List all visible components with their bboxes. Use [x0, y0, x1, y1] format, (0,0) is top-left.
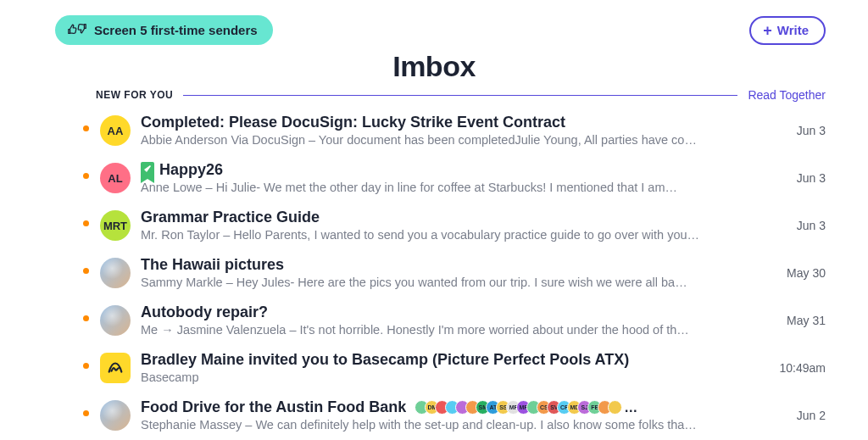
- email-preview: Stephanie Massey – We can definitely hel…: [141, 418, 748, 432]
- email-row[interactable]: The Hawaii picturesSammy Markle – Hey Ju…: [85, 249, 826, 297]
- email-body: Completed: Please DocuSign: Lucky Strike…: [141, 114, 748, 147]
- email-row[interactable]: MRTGrammar Practice GuideMr. Ron Taylor …: [85, 202, 826, 249]
- email-row[interactable]: ALHappy26Anne Lowe – Hi Julie- We met th…: [85, 154, 826, 202]
- email-body: Food Drive for the Austin Food BankDMSMA…: [141, 398, 748, 432]
- email-preview: Anne Lowe – Hi Julie- We met the other d…: [141, 181, 748, 194]
- pin-icon: [141, 162, 154, 179]
- email-date: May 31: [758, 304, 826, 327]
- email-row[interactable]: Autobody repair?Me → Jasmine Valenzuela …: [85, 297, 826, 344]
- write-label: Write: [777, 23, 809, 37]
- avatar: AL: [100, 163, 131, 193]
- email-preview: Sammy Markle – Hey Jules- Here are the p…: [141, 276, 748, 289]
- email-body: Bradley Maine invited you to Basecamp (P…: [141, 351, 748, 384]
- email-body: Autobody repair?Me → Jasmine Valenzuela …: [141, 304, 748, 337]
- unread-dot: [81, 209, 90, 226]
- screener-label: Screen 5 first-time senders: [94, 23, 258, 37]
- email-body: Grammar Practice GuideMr. Ron Taylor – H…: [141, 209, 748, 242]
- divider: [183, 95, 737, 96]
- email-subject: Grammar Practice Guide: [141, 209, 320, 226]
- screener-pill[interactable]: Screen 5 first-time senders: [55, 15, 273, 45]
- email-body: The Hawaii picturesSammy Markle – Hey Ju…: [141, 256, 748, 289]
- email-date: Jun 2: [758, 398, 826, 422]
- email-date: Jun 3: [758, 114, 826, 137]
- email-subject: Happy26: [159, 161, 223, 179]
- email-subject: Bradley Maine invited you to Basecamp (P…: [141, 351, 629, 369]
- avatar: [100, 353, 131, 383]
- plus-icon: +: [763, 23, 772, 38]
- thumbs-icon: [67, 21, 87, 39]
- unread-dot: [81, 114, 90, 131]
- email-row[interactable]: Bradley Maine invited you to Basecamp (P…: [85, 344, 826, 392]
- email-preview: Basecamp: [141, 370, 748, 384]
- email-subject: Autobody repair?: [141, 304, 268, 321]
- email-date: Jun 3: [758, 209, 826, 232]
- avatar: [100, 305, 131, 336]
- avatar: [100, 400, 131, 431]
- more-icon: …: [624, 400, 637, 415]
- page-title: Imbox: [0, 50, 868, 83]
- email-preview: Mr. Ron Taylor – Hello Parents, I wanted…: [141, 228, 748, 242]
- section-label: NEW FOR YOU: [96, 89, 173, 101]
- email-preview: Abbie Anderson Via DocuSign – Your docum…: [141, 133, 748, 147]
- unread-dot: [81, 161, 90, 179]
- participant-avatars: DMSMATSSMFMRCSSVCPMDSJFB…: [415, 400, 637, 415]
- email-row[interactable]: Food Drive for the Austin Food BankDMSMA…: [85, 392, 826, 439]
- email-preview: Me → Jasmine Valenzuela – It's not horri…: [141, 323, 748, 337]
- email-date: 10:49am: [758, 351, 826, 375]
- email-list: AACompleted: Please DocuSign: Lucky Stri…: [0, 102, 868, 439]
- email-subject: Food Drive for the Austin Food Bank: [141, 398, 406, 416]
- avatar: AA: [100, 115, 131, 146]
- avatar: [100, 258, 131, 288]
- read-together-link[interactable]: Read Together: [748, 88, 826, 102]
- unread-dot: [81, 398, 90, 416]
- email-date: Jun 3: [758, 161, 826, 185]
- avatar: MRT: [100, 210, 131, 241]
- email-date: May 30: [758, 256, 826, 280]
- unread-dot: [81, 256, 90, 274]
- unread-dot: [81, 304, 90, 321]
- email-row[interactable]: AACompleted: Please DocuSign: Lucky Stri…: [85, 107, 826, 154]
- email-subject: Completed: Please DocuSign: Lucky Strike…: [141, 114, 565, 131]
- write-button[interactable]: + Write: [749, 16, 826, 45]
- email-subject: The Hawaii pictures: [141, 256, 284, 274]
- email-body: Happy26Anne Lowe – Hi Julie- We met the …: [141, 161, 748, 194]
- unread-dot: [81, 351, 90, 369]
